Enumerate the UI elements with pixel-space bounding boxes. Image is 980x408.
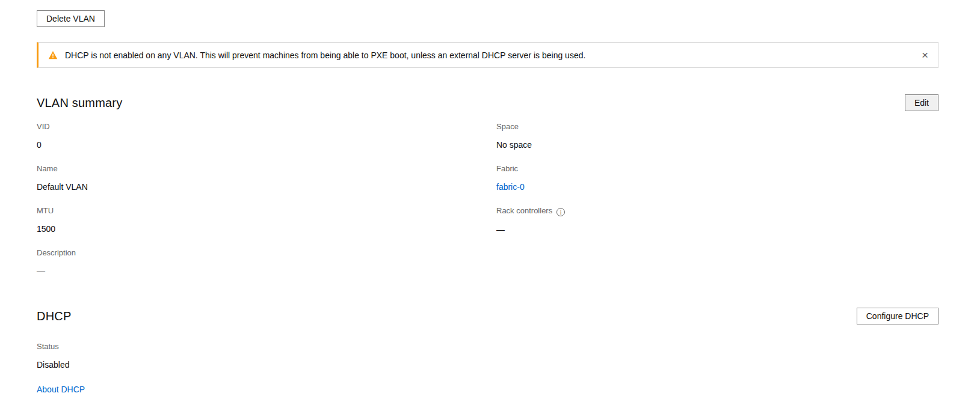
vlan-summary-header: VLAN summary Edit — [37, 94, 938, 111]
field-mtu: MTU 1500 — [37, 206, 496, 234]
page-container: Delete VLAN DHCP is not enabled on any V… — [37, 0, 938, 395]
field-description-label: Description — [37, 248, 496, 258]
field-space-label: Space — [496, 122, 938, 132]
field-name-value: Default VLAN — [37, 182, 496, 192]
fields-right-column: Space No space Fabric fabric-0 Rack cont… — [496, 122, 938, 290]
field-rack-controllers-value: — — [496, 225, 938, 235]
field-dhcp-status-value: Disabled — [37, 360, 938, 370]
vlan-summary-title: VLAN summary — [37, 96, 122, 110]
field-vid-value: 0 — [37, 140, 496, 150]
field-rack-controllers: Rack controllersi — — [496, 206, 938, 235]
field-vid-label: VID — [37, 122, 496, 132]
field-mtu-label: MTU — [37, 206, 496, 216]
field-dhcp-status-label: Status — [37, 342, 938, 352]
field-fabric: Fabric fabric-0 — [496, 164, 938, 192]
warning-icon — [48, 50, 58, 60]
vlan-summary-fields: VID 0 Name Default VLAN MTU 1500 Descrip… — [37, 122, 938, 290]
field-name-label: Name — [37, 164, 496, 174]
toolbar: Delete VLAN — [37, 0, 938, 27]
close-notification-button[interactable]: × — [914, 47, 935, 63]
dhcp-title: DHCP — [37, 309, 71, 323]
field-rack-controllers-label: Rack controllersi — [496, 206, 938, 216]
info-icon[interactable]: i — [556, 208, 565, 216]
field-mtu-value: 1500 — [37, 224, 496, 234]
field-vid: VID 0 — [37, 122, 496, 150]
fabric-link[interactable]: fabric-0 — [496, 182, 525, 192]
field-rack-controllers-label-text: Rack controllers — [496, 206, 552, 215]
delete-vlan-button[interactable]: Delete VLAN — [37, 10, 105, 27]
dhcp-warning-banner: DHCP is not enabled on any VLAN. This wi… — [37, 42, 938, 68]
dhcp-header: DHCP Configure DHCP — [37, 308, 938, 324]
vlan-summary-section: VLAN summary Edit VID 0 Name Default VLA… — [37, 94, 938, 290]
about-dhcp-link[interactable]: About DHCP — [37, 385, 85, 394]
field-fabric-label: Fabric — [496, 164, 938, 174]
configure-dhcp-button[interactable]: Configure DHCP — [857, 308, 938, 324]
field-description: Description — — [37, 248, 496, 276]
edit-vlan-button[interactable]: Edit — [905, 94, 938, 111]
field-space-value: No space — [496, 140, 938, 150]
field-name: Name Default VLAN — [37, 164, 496, 192]
field-description-value: — — [37, 266, 496, 276]
field-space: Space No space — [496, 122, 938, 150]
dhcp-fields: Status Disabled About DHCP — [37, 342, 938, 395]
about-dhcp-row: About DHCP — [37, 384, 938, 395]
dhcp-section: DHCP Configure DHCP Status Disabled Abou… — [37, 308, 938, 395]
fields-left-column: VID 0 Name Default VLAN MTU 1500 Descrip… — [37, 122, 496, 290]
warning-message: DHCP is not enabled on any VLAN. This wi… — [65, 50, 585, 60]
field-dhcp-status: Status Disabled — [37, 342, 938, 370]
